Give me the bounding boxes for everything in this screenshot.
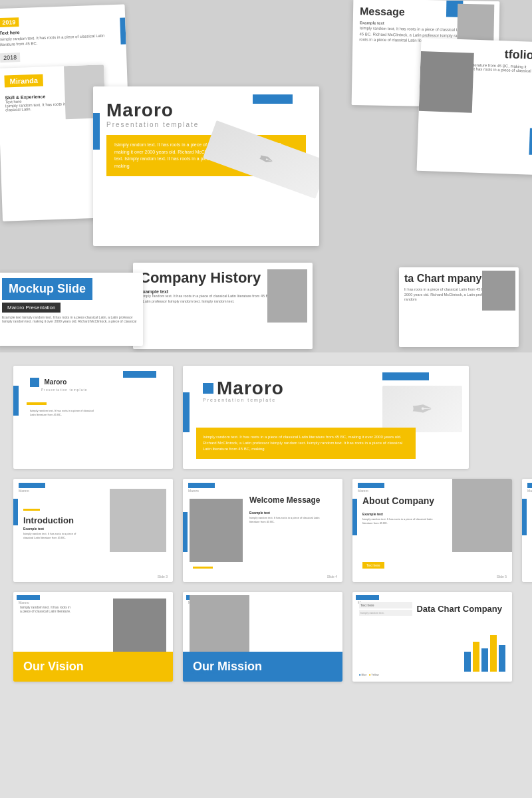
slides-row-2: Maroro Introduction Example text Isimply… <box>13 479 519 582</box>
tmp-blue-side <box>183 392 190 432</box>
thumb-datachart[interactable]: Maroro Data Chart Company Text here Isim… <box>352 592 512 682</box>
mockup-label: Maroro Presentation <box>2 303 61 313</box>
tmp-logo-square-icon <box>203 383 213 394</box>
thumb-company-history[interactable]: Maroro Company History Example text Isim… <box>522 479 532 582</box>
thumb-maroro-pres[interactable]: Maroro Presentation template ✒ Isimply r… <box>183 366 469 469</box>
thumb-maroro-cover[interactable]: Maroro Presentation template Isimply ran… <box>13 366 173 469</box>
mockup-title: Mockup Slide <box>2 278 92 300</box>
tw-photo <box>190 499 243 562</box>
thumb-mission[interactable]: Maroro Our Mission 02 Text here <box>183 592 342 682</box>
tdc-bar-3 <box>481 648 488 672</box>
tc-blue-side <box>13 386 19 416</box>
tmp-subtitle: Presentation template <box>203 398 284 402</box>
tc-logo-text: Maroro <box>44 378 66 386</box>
tv-body-text: Isimply random text. It has roots in a p… <box>20 605 73 613</box>
portfolio-blue-rect <box>529 128 532 155</box>
slide-maroro-main[interactable]: Maroro Presentation template ✒ Isimply r… <box>93 86 319 246</box>
tdc-legend: ■ Blue ■ Yellow <box>359 673 379 676</box>
tw-body-text: Isimply random text. It has roots in a p… <box>249 516 323 523</box>
thumb-intro[interactable]: Maroro Introduction Example text Isimply… <box>13 479 173 582</box>
ta-text-here-button[interactable]: Text here <box>362 562 384 569</box>
ta-slide-number: Slide 5 <box>497 575 507 579</box>
tch-maroro-label: Maroro <box>527 489 532 493</box>
tch-blue-side <box>522 499 527 535</box>
tmp-blue-rect <box>382 372 429 380</box>
tw-yellow-bottom <box>193 567 213 569</box>
thumb-vision[interactable]: Maroro Isimply random text. It has roots… <box>13 592 173 682</box>
tdc-bar-2 <box>473 642 479 672</box>
slide-company-history-top[interactable]: Company History Example text Isimply ran… <box>133 263 313 349</box>
tc-logo-sub: Presentation template <box>41 388 88 392</box>
tdc-bar-5 <box>499 645 505 672</box>
ta-blue-rect <box>358 483 384 488</box>
tw-title: Welcome Message <box>249 495 321 505</box>
tdc-item-2: Isimply random text. <box>359 610 412 616</box>
ti-blue-side <box>13 499 18 525</box>
tv-maroro-label: Maroro <box>19 600 29 604</box>
thumb-about-company[interactable]: Maroro About Company Example text Isimpl… <box>352 479 512 582</box>
company-history-photo <box>267 269 307 323</box>
ti-blue-rect <box>19 483 45 488</box>
ti-body-text: Isimply random text. It has roots in a p… <box>23 532 83 539</box>
blue-rect-top-decoration <box>253 94 293 104</box>
tdc-bar-1 <box>464 652 471 672</box>
blue-rect-side-decoration <box>93 113 100 150</box>
tw-slide-number: Slide 4 <box>327 575 337 579</box>
tdc-bar-4 <box>490 635 497 672</box>
year-2018-label: 2018 <box>0 53 20 63</box>
bottom-section: Maroro Presentation template Isimply ran… <box>0 352 532 798</box>
tw-maroro-label: Maroro <box>188 489 199 493</box>
ti-yellow-stripe <box>23 509 40 511</box>
mockup-body: Example text Isimply random text. It has… <box>2 315 138 323</box>
tdc-title: Data Chart Company <box>416 604 502 614</box>
tw-blue-rect <box>188 483 215 488</box>
ti-slide-number: Slide 3 <box>158 575 168 579</box>
top-section: 2019 Text here Isimply random text. It h… <box>0 0 532 352</box>
blue-bar-decoration <box>120 18 126 45</box>
maroro-main-subtitle: Presentation template <box>106 121 306 128</box>
ti-example-label: Example text <box>23 527 44 531</box>
portfolio-photo <box>419 51 474 113</box>
tmp-logo-row: Maroro <box>203 378 284 399</box>
tv-number: 01 Text here <box>20 670 47 675</box>
year-2019-label: 2019 <box>0 17 19 27</box>
slides-row-1: Maroro Presentation template Isimply ran… <box>13 366 519 469</box>
tm-number: 02 Text here <box>190 670 216 675</box>
ta-photo <box>452 479 512 552</box>
tmp-title-block: Maroro Presentation template <box>203 378 284 402</box>
slide-portfolio[interactable]: tfolio a piece of classical Latin litera… <box>417 38 532 175</box>
ta-title: About Company <box>362 495 434 506</box>
pen-image: ✒ <box>203 120 319 199</box>
tdc-bar-chart <box>464 635 505 672</box>
tch-blue-rect <box>527 483 532 488</box>
tmp-main-title: Maroro <box>217 378 284 399</box>
tmp-pen-icon: ✒ <box>382 386 462 432</box>
tv-blue-rect <box>17 595 40 600</box>
tc-logo-block: Maroro Presentation template <box>30 376 88 392</box>
tdc-text-block: Text here Isimply random text. <box>359 602 412 617</box>
tv-photo <box>113 598 166 652</box>
tmp-yellow-band: Isimply random text. It has roots in a p… <box>196 428 416 459</box>
slide-mockup[interactable]: Mockup Slide Maroro Presentation Example… <box>0 273 143 346</box>
tw-blue-side <box>183 512 188 552</box>
tw-example-label: Example text <box>249 511 270 515</box>
miranda-label: Miranda <box>4 74 43 87</box>
logo-square-icon <box>30 378 39 387</box>
ti-photo <box>110 489 166 552</box>
ta-example-label: Example text <box>362 512 383 516</box>
ta-maroro-label: Maroro <box>358 489 368 493</box>
tc-body-text: Isimply random text. It has roots in a p… <box>30 409 96 416</box>
ti-maroro-label: Maroro <box>19 489 29 493</box>
slide-datachart-top[interactable]: ta Chart mpany It has roots in a piece o… <box>399 267 519 347</box>
tdc-item-1: Text here <box>359 602 412 608</box>
ti-title: Introduction <box>23 515 74 525</box>
datachart-photo <box>482 271 515 311</box>
slides-row-3: Maroro Isimply random text. It has roots… <box>13 592 519 682</box>
ta-body-text: Isimply random text. It has roots in a p… <box>362 517 436 525</box>
ta-blue-side <box>352 499 357 535</box>
tm-blue-band: Our Mission <box>183 652 342 682</box>
tc-yellow-stripe <box>27 402 47 405</box>
tv-yellow-band: Our Vision <box>13 652 173 682</box>
thumb-welcome[interactable]: Maroro Welcome Message Example text Isim… <box>183 479 342 582</box>
tm-photo <box>190 595 249 655</box>
